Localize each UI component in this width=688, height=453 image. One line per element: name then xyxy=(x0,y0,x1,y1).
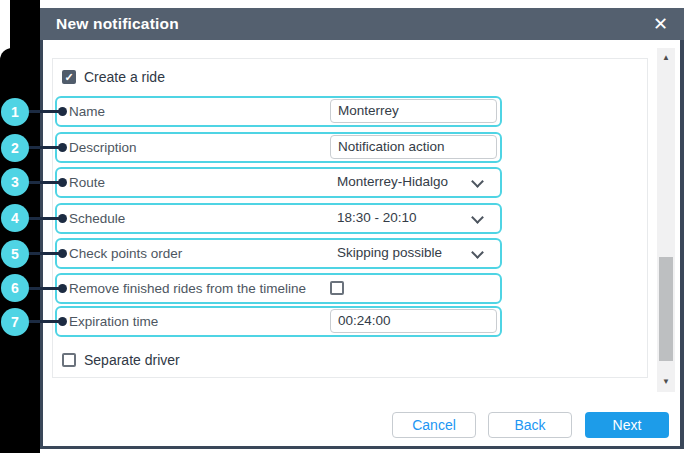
field-row-expiration-time: Expiration time 00:24:00 xyxy=(55,306,502,337)
callout-number-3: 3 xyxy=(1,168,29,196)
route-select[interactable]: Monterrey-Hidalgo xyxy=(337,174,448,189)
schedule-select[interactable]: 18:30 - 20:10 xyxy=(337,210,417,225)
callout-connector xyxy=(28,287,61,290)
scroll-down-icon[interactable]: ▼ xyxy=(657,374,675,390)
callout-connector xyxy=(28,217,61,220)
dialog-title: New notification xyxy=(56,15,179,33)
callout-connector xyxy=(28,252,61,255)
name-label: Name xyxy=(69,104,105,119)
chevron-down-icon[interactable] xyxy=(471,175,484,188)
callout-number-5: 5 xyxy=(1,240,29,268)
back-button[interactable]: Back xyxy=(488,412,572,438)
checkpoints-order-label: Check points order xyxy=(69,246,182,261)
callout-connector xyxy=(28,110,61,113)
callout-dot xyxy=(58,178,67,187)
create-ride-label: Create a ride xyxy=(84,69,165,85)
field-row-name: Name Monterrey xyxy=(55,96,502,127)
separate-driver-label: Separate driver xyxy=(84,352,180,368)
callout-dot xyxy=(58,284,67,293)
callout-dot xyxy=(58,214,67,223)
callout-number-7: 7 xyxy=(1,308,29,336)
cancel-button[interactable]: Cancel xyxy=(392,412,476,438)
chevron-down-icon[interactable] xyxy=(471,246,484,259)
callout-dot xyxy=(58,317,67,326)
annotated-screenshot: New notification ✕ ✓ Create a ride Name … xyxy=(0,0,688,453)
checkpoints-order-select[interactable]: Skipping possible xyxy=(337,245,442,260)
callout-dot xyxy=(58,249,67,258)
callout-number-6: 6 xyxy=(1,274,29,302)
scrollbar-thumb[interactable] xyxy=(659,257,673,361)
scroll-up-icon[interactable]: ▲ xyxy=(657,50,675,66)
close-icon[interactable]: ✕ xyxy=(653,15,668,33)
dialog-header: New notification ✕ xyxy=(40,8,684,40)
description-input[interactable]: Notification action xyxy=(330,135,497,159)
expiration-time-input[interactable]: 00:24:00 xyxy=(330,309,497,333)
schedule-label: Schedule xyxy=(69,211,125,226)
create-ride-checkbox[interactable]: ✓ xyxy=(62,70,76,84)
chevron-down-icon[interactable] xyxy=(471,211,484,224)
callout-connector xyxy=(28,181,61,184)
callout-number-4: 4 xyxy=(1,204,29,232)
name-input[interactable]: Monterrey xyxy=(330,99,497,123)
callout-number-2: 2 xyxy=(1,134,29,162)
description-label: Description xyxy=(69,140,137,155)
field-row-route: Route Monterrey-Hidalgo xyxy=(55,167,502,198)
remove-finished-rides-checkbox[interactable] xyxy=(330,281,344,295)
field-row-description: Description Notification action xyxy=(55,132,502,163)
field-row-checkpoints-order: Check points order Skipping possible xyxy=(55,238,502,269)
scrollbar[interactable]: ▲ ▼ xyxy=(657,48,675,392)
expiration-time-label: Expiration time xyxy=(69,314,158,329)
remove-finished-rides-label: Remove finished rides from the timeline xyxy=(69,281,306,296)
field-row-remove-finished-rides: Remove finished rides from the timeline xyxy=(55,273,502,304)
route-label: Route xyxy=(69,175,105,190)
next-button[interactable]: Next xyxy=(585,412,669,438)
callout-dot xyxy=(58,107,67,116)
callout-connector xyxy=(28,146,61,149)
field-row-schedule: Schedule 18:30 - 20:10 xyxy=(55,203,502,234)
callout-connector xyxy=(28,320,61,323)
callout-dot xyxy=(58,143,67,152)
check-icon: ✓ xyxy=(64,71,73,83)
callout-number-1: 1 xyxy=(1,98,29,126)
separate-driver-checkbox[interactable] xyxy=(62,353,76,367)
